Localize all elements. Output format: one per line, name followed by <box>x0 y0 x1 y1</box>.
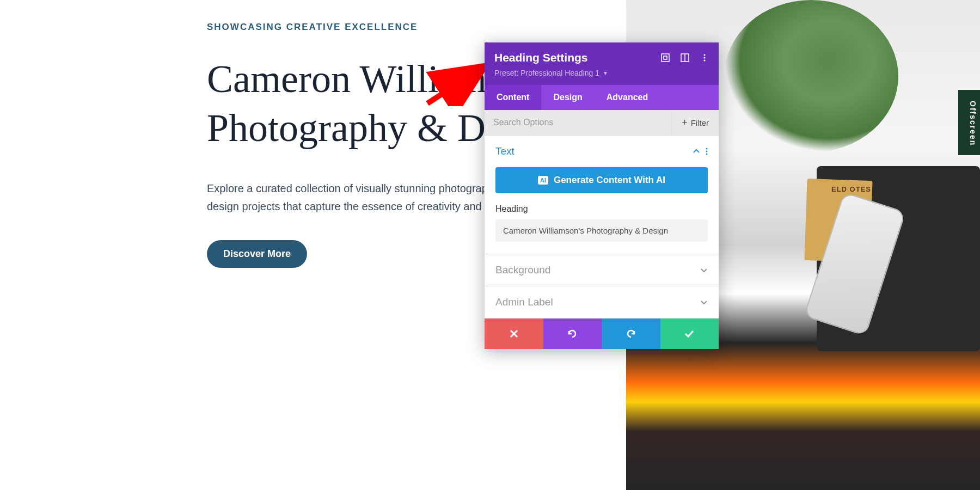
svg-line-1 <box>427 68 482 103</box>
undo-icon <box>567 328 578 339</box>
svg-rect-2 <box>661 54 669 62</box>
plus-icon: + <box>682 117 688 128</box>
heading-settings-panel: Heading Settings Preset: Professional He… <box>485 42 719 349</box>
section-more-icon[interactable] <box>706 148 708 155</box>
preset-label: Preset: Professional Heading 1 <box>494 69 599 77</box>
background-book-text: Offscreen <box>969 101 977 146</box>
tab-advanced[interactable]: Advanced <box>595 85 660 110</box>
ai-button-label: Generate Content With AI <box>554 175 665 186</box>
generate-ai-button[interactable]: AI Generate Content With AI <box>495 167 708 193</box>
filter-button[interactable]: + Filter <box>671 110 719 135</box>
columns-icon[interactable] <box>681 53 689 62</box>
redo-button[interactable] <box>602 318 660 349</box>
expand-icon[interactable] <box>661 53 670 62</box>
chevron-down-icon <box>700 298 708 306</box>
undo-button[interactable] <box>543 318 602 349</box>
preset-dropdown[interactable]: Preset: Professional Heading 1 ▼ <box>494 69 709 77</box>
save-button[interactable] <box>660 318 719 349</box>
filter-label: Filter <box>691 118 709 127</box>
tab-content[interactable]: Content <box>485 85 541 110</box>
svg-point-6 <box>704 54 706 56</box>
panel-footer <box>485 318 719 349</box>
svg-point-9 <box>706 148 708 150</box>
redo-icon <box>626 328 636 339</box>
close-icon <box>509 328 519 339</box>
eyebrow-text: SHOWCASING CREATIVE EXCELLENCE <box>207 22 599 33</box>
chevron-up-icon <box>693 148 700 155</box>
tab-design[interactable]: Design <box>541 85 594 110</box>
section-admin-label: Admin Label <box>485 286 719 318</box>
section-text: Text AI Generate Content With AI Heading <box>485 136 719 254</box>
panel-title: Heading Settings <box>494 51 588 64</box>
search-row: + Filter <box>485 110 719 136</box>
section-background-title: Background <box>495 264 550 276</box>
section-text-header[interactable]: Text <box>485 136 719 167</box>
ai-badge: AI <box>538 176 548 185</box>
background-notepad-text: ELD OTES <box>831 185 871 193</box>
section-admin-title: Admin Label <box>495 296 553 308</box>
check-icon <box>684 328 695 339</box>
heading-field-label: Heading <box>495 204 708 214</box>
cancel-button[interactable] <box>485 318 543 349</box>
section-text-title: Text <box>495 145 514 157</box>
section-admin-header[interactable]: Admin Label <box>485 286 719 318</box>
svg-point-7 <box>704 57 706 59</box>
chevron-down-icon <box>700 266 708 274</box>
section-background-header[interactable]: Background <box>485 254 719 286</box>
section-background: Background <box>485 254 719 286</box>
svg-point-10 <box>706 151 708 152</box>
heading-field-input[interactable] <box>495 219 708 242</box>
background-plant <box>724 0 898 152</box>
svg-rect-3 <box>664 56 667 59</box>
annotation-arrow <box>425 63 490 106</box>
panel-header: Heading Settings Preset: Professional He… <box>485 42 719 85</box>
more-icon[interactable] <box>700 53 709 62</box>
search-input[interactable] <box>485 110 671 135</box>
panel-tabs: Content Design Advanced <box>485 85 719 110</box>
discover-more-button[interactable]: Discover More <box>207 240 307 268</box>
svg-point-11 <box>706 154 708 155</box>
caret-down-icon: ▼ <box>603 70 608 76</box>
svg-point-8 <box>704 60 706 62</box>
